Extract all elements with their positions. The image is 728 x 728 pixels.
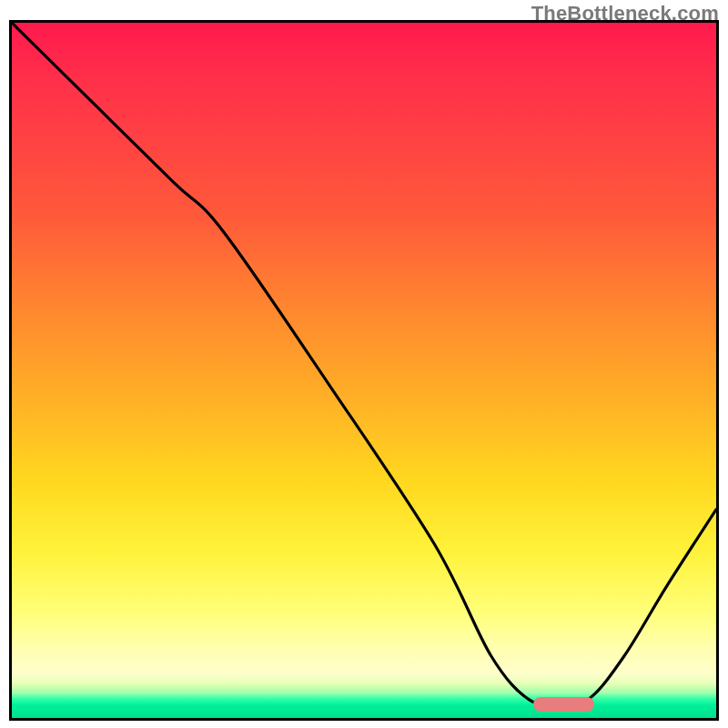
bottleneck-curve: [12, 23, 716, 718]
curve-path: [12, 23, 716, 704]
chart-stage: TheBottleneck.com: [0, 0, 728, 728]
optimal-range-marker: [533, 697, 593, 712]
plot-area: [9, 20, 719, 721]
